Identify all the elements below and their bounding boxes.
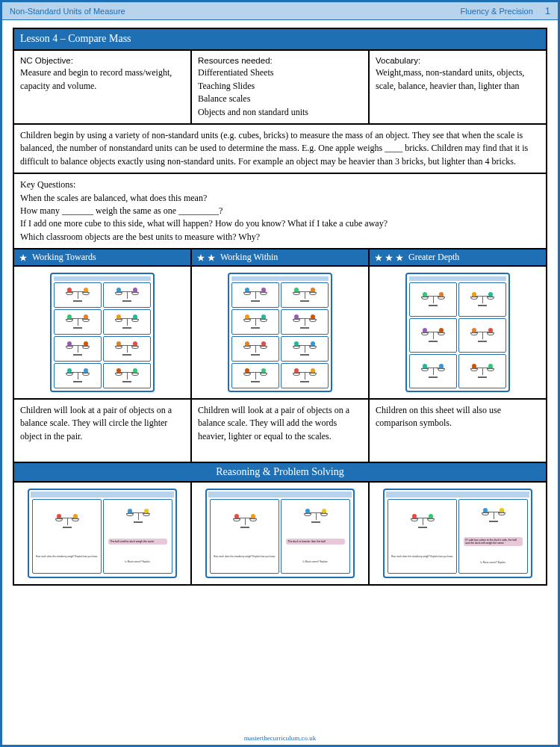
footer-url: masterthecurriculum.co.uk	[2, 734, 558, 742]
rps-thumb-1: How much does the strawberry weigh? Expl…	[13, 482, 191, 585]
diff-header-gd: Greater Depth	[369, 249, 547, 266]
content-area: Lesson 4 – Compare Mass NC Objective: Me…	[2, 20, 558, 593]
balance-scale-icon	[55, 515, 79, 528]
key-questions: Key Questions: When the scales are balan…	[13, 173, 547, 249]
page-number: 1	[545, 5, 550, 16]
thumb-gd	[369, 266, 547, 399]
desc-gd: Children on this sheet will also use com…	[369, 399, 547, 462]
thumb-ww	[191, 266, 369, 399]
star-icon	[207, 253, 216, 262]
star-icon	[374, 253, 383, 262]
diff-headers: Working Towards Working Within Greater D…	[13, 249, 547, 266]
intro-text: Children begin by using a variety of non…	[13, 124, 547, 173]
star-icon	[385, 253, 393, 262]
rps-thumb-2: How much does the strawberry weigh? Expl…	[191, 482, 369, 585]
vocab-cell: Vocabulary: Weight,mass, non-standard un…	[369, 50, 547, 124]
star-icon	[395, 253, 404, 262]
resources-text: Differentiated Sheets Teaching Slides Ba…	[198, 66, 362, 119]
rps-thumbs-row: How much does the strawberry weigh? Expl…	[13, 482, 547, 585]
lesson-title: Lesson 4 – Compare Mass	[13, 28, 547, 50]
objective-cell: NC Objective: Measure and begin to recor…	[13, 50, 191, 124]
diff-header-wt: Working Towards	[13, 249, 191, 266]
page: Non-Standard Units of Measure Fluency & …	[0, 0, 560, 747]
diff-header-ww: Working Within	[191, 249, 369, 266]
title-right: Fluency & Precision	[461, 7, 533, 16]
resources-heading: Resources needed:	[198, 55, 362, 67]
worksheet-thumbs-row	[13, 266, 547, 399]
star-icon	[19, 253, 28, 262]
diff-label-ww: Working Within	[220, 252, 278, 263]
resources-cell: Resources needed: Differentiated Sheets …	[191, 50, 369, 124]
diff-label-gd: Greater Depth	[408, 252, 459, 263]
objective-text: Measure and begin to record mass/weight,…	[20, 66, 184, 93]
diff-label-wt: Working Towards	[32, 252, 96, 263]
star-icon	[196, 253, 205, 262]
thumb-wt	[13, 266, 191, 399]
title-left: Non-Standard Units of Measure	[10, 7, 125, 16]
lesson-grid: Lesson 4 – Compare Mass NC Objective: Me…	[13, 28, 547, 586]
top-header-bar: Non-Standard Units of Measure Fluency & …	[2, 2, 558, 20]
rps-thumb-3: How much does the strawberry weigh? Expl…	[369, 482, 547, 585]
desc-wt: Children will look at a pair of objects …	[13, 399, 191, 462]
vocab-text: Weight,mass, non-standard units, objects…	[376, 66, 540, 93]
rps-title: Reasoning & Problem Solving	[13, 462, 547, 482]
desc-ww: Children will look at a pair of objects …	[191, 399, 369, 462]
vocab-heading: Vocabulary:	[376, 55, 540, 67]
objective-heading: NC Objective:	[20, 55, 184, 67]
